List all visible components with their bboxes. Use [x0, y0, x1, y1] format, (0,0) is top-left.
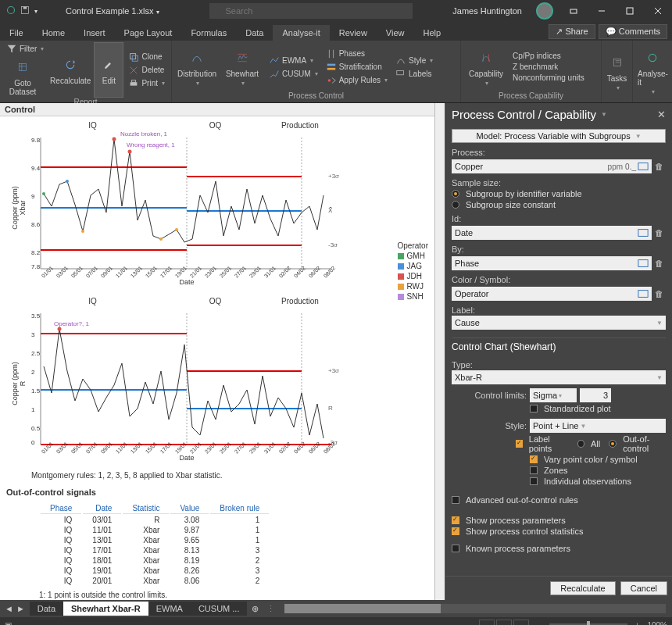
taskpane-close-icon[interactable]: ✕	[657, 109, 666, 120]
label-field[interactable]: Cause▼	[452, 316, 666, 330]
vertical-scrollbar[interactable]	[434, 103, 445, 600]
horizontal-scrollbar[interactable]	[284, 604, 666, 613]
svg-text:Wrong reagent, 1: Wrong reagent, 1	[127, 141, 175, 148]
record-macro-icon[interactable]: ▣	[5, 621, 12, 626]
limits-method-select[interactable]: Sigma▾	[530, 388, 577, 402]
color-field[interactable]: Operator	[452, 287, 652, 301]
ribbon-tab-data[interactable]: Data	[236, 25, 273, 41]
sheet-tab[interactable]: EWMA	[148, 602, 191, 616]
zones-checkbox[interactable]	[530, 466, 538, 474]
cp-indices-button[interactable]: Cp/Pp indices	[511, 51, 586, 61]
radio-subgroup-constant[interactable]: Subgroup size constant	[452, 200, 666, 209]
shewhart-button[interactable]: Shewhart▾	[220, 42, 264, 91]
close-icon[interactable]	[644, 0, 672, 22]
print-button[interactable]: Print▾	[127, 77, 166, 90]
add-sheet-icon[interactable]: ⊕	[247, 604, 263, 614]
delete-icon[interactable]: 🗑	[655, 162, 666, 171]
comments-button[interactable]: 💬 Comments	[599, 24, 667, 39]
vary-color-checkbox[interactable]	[530, 455, 538, 463]
ribbon-tab-file[interactable]: File	[0, 25, 33, 41]
filter-button[interactable]: Filter▾	[5, 42, 45, 55]
show-params-checkbox[interactable]	[452, 516, 459, 524]
ribbon-tab-view[interactable]: View	[377, 25, 414, 41]
z-benchmark-button[interactable]: Z benchmark	[511, 62, 586, 72]
ribbon-tab-review[interactable]: Review	[330, 25, 377, 41]
distribution-button[interactable]: Distribution▾	[175, 42, 219, 91]
labels-button[interactable]: Labels	[394, 67, 434, 80]
phases-button[interactable]: Phases	[324, 48, 389, 60]
svg-text:03/01: 03/01	[55, 265, 69, 278]
normal-view-icon[interactable]	[479, 620, 495, 625]
user-name[interactable]: James Huntington	[448, 6, 527, 16]
svg-text:09/01: 09/01	[100, 441, 113, 454]
svg-point-30	[649, 54, 656, 61]
stratification-button[interactable]: Stratification	[324, 61, 389, 73]
zoom-in-icon[interactable]: +	[635, 621, 640, 626]
id-field[interactable]: Date	[452, 226, 652, 240]
ribbon-tab-formulas[interactable]: Formulas	[181, 25, 236, 41]
known-params-checkbox[interactable]	[452, 545, 459, 552]
ribbon-display-icon[interactable]	[559, 0, 588, 22]
ribbon-tab-home[interactable]: Home	[33, 25, 74, 41]
label-points-checkbox[interactable]	[516, 440, 523, 448]
sheet-tab[interactable]: Data	[30, 602, 63, 616]
model-select[interactable]: Model: Process Variable with Subgroups▼	[452, 129, 666, 143]
maximize-icon[interactable]	[616, 0, 644, 22]
style-button[interactable]: Style▾	[394, 54, 434, 66]
analyseit-button[interactable]: Analyse-it▾	[636, 42, 670, 101]
user-avatar[interactable]	[536, 2, 553, 20]
search-input[interactable]	[209, 3, 413, 19]
sheet-tab[interactable]: CUSUM ...	[191, 602, 248, 616]
delete-icon[interactable]: 🗑	[655, 289, 666, 298]
ribbon-tab-help[interactable]: Help	[414, 25, 451, 41]
tasks-button[interactable]: Tasks▾	[605, 42, 629, 101]
zoom-out-icon[interactable]: −	[537, 621, 542, 626]
radio-ooc[interactable]	[609, 440, 617, 448]
svg-rect-2	[23, 7, 27, 9]
page-break-icon[interactable]	[513, 620, 529, 625]
cancel-button[interactable]: Cancel	[620, 581, 667, 595]
sheet-tab[interactable]: Shewhart Xbar-R	[63, 602, 148, 616]
svg-text:+3σ: +3σ	[328, 173, 339, 180]
goto-dataset-button[interactable]: Goto Dataset	[5, 55, 41, 98]
capability-button[interactable]: Capability▾	[464, 42, 508, 91]
save-icon[interactable]	[20, 5, 30, 16]
by-field[interactable]: Phase	[452, 256, 652, 270]
recalculate-button[interactable]: Recalculate	[550, 581, 615, 595]
type-select[interactable]: Xbar-R▼	[452, 370, 666, 384]
zoom-level[interactable]: 100%	[647, 621, 667, 626]
share-button[interactable]: ↗ Share	[549, 24, 595, 39]
delete-icon[interactable]: 🗑	[655, 259, 666, 268]
delete-icon[interactable]: 🗑	[655, 228, 666, 238]
minimize-icon[interactable]	[588, 0, 616, 22]
apply-rules-button[interactable]: Apply Rules▾	[324, 74, 389, 87]
page-layout-icon[interactable]	[496, 620, 512, 625]
show-stats-checkbox[interactable]	[452, 527, 459, 535]
ribbon-tab-page-layout[interactable]: Page Layout	[115, 25, 182, 41]
radio-all[interactable]	[577, 440, 584, 448]
recalculate-button[interactable]: Recalculate	[48, 42, 92, 98]
ewma-button[interactable]: EWMA▾	[267, 54, 320, 66]
svg-text:29/01: 29/01	[248, 441, 262, 454]
clone-button[interactable]: Clone	[127, 51, 166, 63]
radio-subgroup-identifier[interactable]: Subgroup by identifier variable	[452, 189, 666, 198]
nonconforming-button[interactable]: Nonconforming units	[511, 73, 586, 83]
autosave-icon[interactable]	[6, 5, 16, 16]
process-field[interactable]: Copperppm 0._	[452, 159, 652, 173]
individual-checkbox[interactable]	[530, 477, 538, 485]
advanced-rules-checkbox[interactable]	[452, 496, 459, 504]
sheet-prev-icon[interactable]: ◄	[5, 604, 13, 613]
edit-button[interactable]: Edit	[94, 42, 123, 98]
cusum-button[interactable]: CUSUM▾	[267, 67, 320, 80]
ribbon-tab-analyse-it[interactable]: Analyse-it	[273, 25, 329, 41]
delete-button[interactable]: Delete	[127, 64, 166, 77]
sheet-next-icon[interactable]: ►	[16, 604, 25, 613]
standardized-checkbox[interactable]	[530, 405, 538, 412]
ribbon-tab-insert[interactable]: Insert	[74, 25, 115, 41]
qat-dropdown-icon[interactable]: ▾	[34, 8, 38, 15]
style-select[interactable]: Point + Line▼	[530, 419, 666, 433]
svg-text:08/02: 08/02	[323, 265, 336, 278]
limits-k-input[interactable]: 3	[580, 388, 611, 402]
svg-text:Date: Date	[179, 454, 194, 462]
svg-text:3.5: 3.5	[31, 312, 41, 320]
